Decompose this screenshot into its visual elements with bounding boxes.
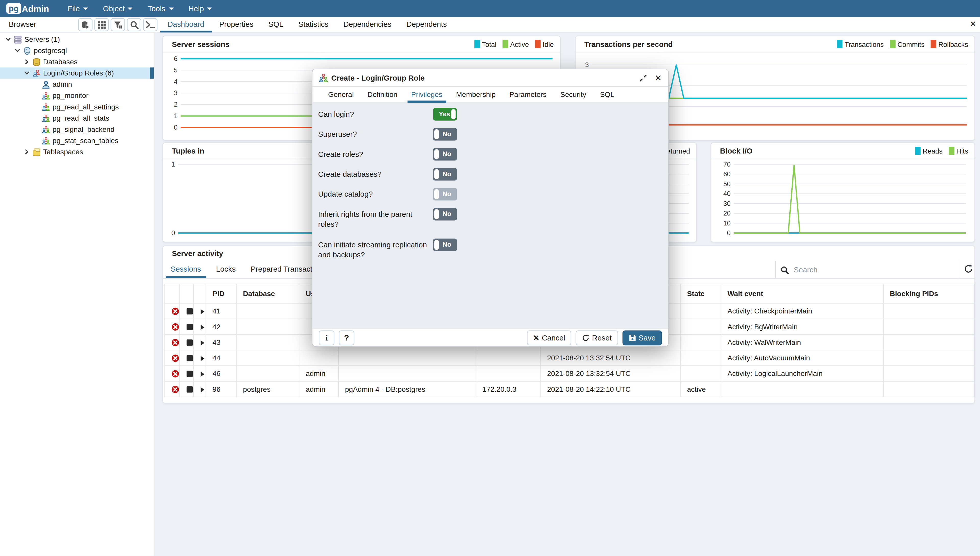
filter-button[interactable]: [110, 18, 125, 31]
svg-text:3: 3: [174, 89, 177, 96]
tree-item-pg-stat-scan-tables[interactable]: pg_stat_scan_tables: [0, 135, 154, 146]
chart-legend: TotalActiveIdle: [475, 40, 554, 48]
tree-item-postgresql[interactable]: postgresql: [0, 45, 154, 56]
chart-plot: 706050403020100: [711, 159, 973, 240]
chevron-right-icon[interactable]: [24, 149, 30, 155]
dialog-tab-privileges[interactable]: Privileges: [404, 91, 449, 102]
tab-statistics[interactable]: Statistics: [291, 17, 336, 32]
toggle-inherit-rights-from-the-parent-roles[interactable]: No: [433, 208, 457, 221]
save-button[interactable]: Save: [622, 330, 662, 345]
cancel-session-icon[interactable]: [171, 307, 180, 315]
terminate-session-icon[interactable]: [186, 355, 193, 362]
tree-item-pg-read-all-settings[interactable]: pg_read_all_settings: [0, 101, 154, 113]
toolbar-row: Browser DashboardPropertiesSQLStatistics…: [0, 17, 980, 32]
chevron-down-icon[interactable]: [24, 70, 30, 76]
table-cell: [883, 303, 974, 319]
close-icon[interactable]: ×: [970, 19, 976, 29]
tree-item-tablespaces[interactable]: Tablespaces: [0, 146, 154, 157]
toggle-create-databases[interactable]: No: [433, 168, 457, 181]
tree-item-label: admin: [53, 81, 72, 88]
privilege-row: Create databases?No: [318, 168, 662, 181]
activity-tab-sessions[interactable]: Sessions: [163, 265, 209, 278]
tree-item-login-group-roles-6[interactable]: Login/Group Roles (6): [0, 67, 154, 79]
details-expander-icon[interactable]: [200, 324, 205, 330]
reset-button[interactable]: Reset: [576, 330, 618, 345]
dialog-tab-general[interactable]: General: [321, 91, 361, 102]
tree-item-databases[interactable]: Databases: [0, 56, 154, 67]
browser-panel-title: Browser: [9, 20, 36, 29]
terminal-button[interactable]: [143, 18, 157, 31]
dialog-tab-definition[interactable]: Definition: [361, 91, 404, 102]
table-row[interactable]: 46admin2021-08-20 13:32:54 UTCActivity: …: [165, 366, 974, 381]
dialog-tab-security[interactable]: Security: [553, 91, 593, 102]
dialog-tab-sql[interactable]: SQL: [593, 91, 621, 102]
details-expander-icon[interactable]: [200, 387, 205, 393]
svg-text:70: 70: [723, 161, 731, 168]
table-row[interactable]: 442021-08-20 13:32:54 UTCActivity: AutoV…: [165, 350, 974, 366]
terminate-session-icon[interactable]: [186, 324, 193, 331]
table-cell: [680, 366, 721, 381]
tree-item-pg-signal-backend[interactable]: pg_signal_backend: [0, 124, 154, 135]
cancel-session-icon[interactable]: [171, 370, 180, 378]
tab-dependents[interactable]: Dependents: [399, 17, 454, 32]
terminal-icon: [146, 21, 155, 29]
toggle-can-login[interactable]: Yes: [433, 108, 457, 121]
details-expander-icon[interactable]: [200, 309, 205, 315]
menu-help[interactable]: Help: [181, 0, 219, 17]
tree-item-servers-1[interactable]: Servers (1): [0, 34, 154, 45]
menu-object[interactable]: Object: [96, 0, 140, 17]
tab-dashboard[interactable]: Dashboard: [160, 17, 212, 32]
tree-item-pg-monitor[interactable]: pg_monitor: [0, 90, 154, 101]
terminate-session-icon[interactable]: [186, 370, 193, 377]
cancel-button[interactable]: ✕ Cancel: [527, 330, 572, 345]
table-cell: admin: [299, 381, 339, 397]
tab-properties[interactable]: Properties: [212, 17, 261, 32]
legend-item: Rollbacks: [931, 40, 968, 48]
details-expander-icon[interactable]: [200, 355, 205, 361]
terminate-session-icon[interactable]: [186, 308, 193, 315]
server-connect-button[interactable]: [78, 18, 92, 31]
expand-icon[interactable]: [640, 74, 647, 81]
cancel-session-icon[interactable]: [171, 385, 180, 393]
privilege-label: Create databases?: [318, 168, 433, 181]
toggle-superuser[interactable]: No: [433, 128, 457, 141]
main-tabs: DashboardPropertiesSQLStatisticsDependen…: [160, 17, 454, 32]
details-expander-icon[interactable]: [200, 340, 205, 346]
privilege-label: Update catalog?: [318, 188, 433, 200]
search-input[interactable]: [794, 265, 937, 274]
dialog-tab-membership[interactable]: Membership: [449, 91, 502, 102]
chevron-down-icon[interactable]: [14, 47, 20, 53]
menu-file[interactable]: File: [60, 0, 96, 17]
cancel-session-icon[interactable]: [171, 323, 180, 331]
chevron-down-icon[interactable]: [5, 36, 11, 42]
dialog-tab-parameters[interactable]: Parameters: [502, 91, 553, 102]
grid-button[interactable]: [94, 18, 109, 31]
toggle-can-initiate-streaming-replication-and-backups[interactable]: No: [433, 239, 457, 251]
save-icon: [628, 334, 636, 341]
search-button[interactable]: [127, 18, 141, 31]
svg-text:40: 40: [723, 190, 731, 197]
dialog-close-icon[interactable]: ✕: [654, 73, 662, 82]
terminate-session-icon[interactable]: [186, 386, 193, 393]
tree-item-pg-read-all-stats[interactable]: pg_read_all_stats: [0, 113, 154, 124]
browser-toolbar: [78, 18, 157, 31]
menu-tools[interactable]: Tools: [140, 0, 181, 17]
cancel-session-icon[interactable]: [171, 338, 180, 347]
tree-item-label: Servers (1): [24, 36, 60, 43]
table-cell: [236, 303, 299, 319]
cancel-session-icon[interactable]: [171, 354, 180, 362]
table-cell: [339, 366, 476, 381]
terminate-session-icon[interactable]: [186, 339, 193, 346]
privileges-panel: Can login?YesSuperuser?NoCreate roles?No…: [313, 103, 668, 328]
details-expander-icon[interactable]: [200, 371, 205, 377]
tab-sql[interactable]: SQL: [261, 17, 291, 32]
tree-item-admin[interactable]: admin: [0, 79, 154, 90]
toggle-create-roles[interactable]: No: [433, 148, 457, 160]
help-button[interactable]: ?: [339, 330, 354, 345]
tab-dependencies[interactable]: Dependencies: [336, 17, 399, 32]
table-row[interactable]: 96postgresadminpgAdmin 4 - DB:postgres17…: [165, 381, 974, 397]
refresh-icon[interactable]: [964, 264, 973, 274]
sql-info-button[interactable]: i: [319, 330, 334, 345]
chevron-right-icon[interactable]: [24, 59, 30, 65]
activity-tab-locks[interactable]: Locks: [209, 265, 243, 278]
